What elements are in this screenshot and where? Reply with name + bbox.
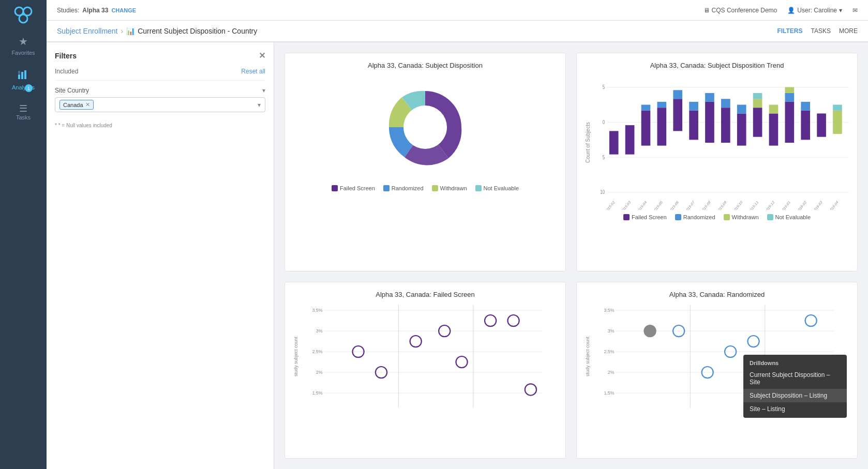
filters-button[interactable]: FILTERS xyxy=(777,27,802,35)
svg-rect-17 xyxy=(625,125,635,155)
failed-screen-chart-card: Alpha 33, Canada: Failed Screen study su… xyxy=(285,282,566,459)
mail-icon[interactable]: ✉ xyxy=(852,7,858,14)
not-evaluable-label: Not Evaluable xyxy=(484,185,519,191)
not-evaluable-dot xyxy=(475,185,482,191)
svg-text:2015-09: 2015-09 xyxy=(716,200,727,210)
svg-point-98 xyxy=(805,315,817,326)
svg-point-77 xyxy=(485,315,496,326)
breadcrumb-parent[interactable]: Subject Enrollment xyxy=(57,27,118,35)
svg-text:3.5%: 3.5% xyxy=(312,308,322,313)
svg-text:2015-04: 2015-04 xyxy=(637,200,648,210)
filter-close-button[interactable]: ✕ xyxy=(259,51,265,60)
failed-y-label: study subject count xyxy=(293,305,309,408)
failed-screen-dot xyxy=(332,185,338,191)
chart-bar-icon: 📊 xyxy=(126,27,135,35)
svg-rect-43 xyxy=(833,111,842,134)
svg-text:2%: 2% xyxy=(316,370,323,375)
bar-not-eval-dot xyxy=(767,214,773,220)
star-icon: ★ xyxy=(19,35,28,48)
change-study-link[interactable]: CHANGE xyxy=(111,7,136,13)
sidebar-item-favorites[interactable]: ★ Favorites xyxy=(0,29,47,62)
bar-rand-dot xyxy=(675,214,681,220)
svg-text:2%: 2% xyxy=(608,370,615,375)
chevron-down-icon: ▾ xyxy=(262,87,265,94)
svg-rect-37 xyxy=(785,102,795,143)
svg-text:1.5%: 1.5% xyxy=(312,390,322,396)
svg-text:1.5%: 1.5% xyxy=(604,390,614,396)
more-button[interactable]: MORE xyxy=(839,27,858,35)
canada-tag: Canada ✕ xyxy=(59,100,94,110)
country-select[interactable]: Canada ✕ ▾ xyxy=(55,97,265,112)
svg-text:2015-08: 2015-08 xyxy=(700,200,711,210)
svg-rect-5 xyxy=(24,70,26,79)
svg-rect-32 xyxy=(753,108,762,137)
study-name: Alpha 33 xyxy=(82,7,108,14)
drilldown-item-site[interactable]: Current Subject Disposition – Site xyxy=(743,368,847,389)
svg-rect-38 xyxy=(785,93,795,102)
svg-text:3%: 3% xyxy=(608,328,615,334)
drilldown-item-listing[interactable]: Subject Disposition – Listing xyxy=(743,389,847,402)
sidebar-item-tasks[interactable]: ☰ 1 Tasks xyxy=(0,97,47,127)
donut-chart xyxy=(293,75,557,179)
user-label: 👤 User: Caroline ▾ xyxy=(787,7,842,14)
bar-legend-randomized: Randomized xyxy=(675,214,715,220)
svg-rect-20 xyxy=(657,108,667,145)
svg-point-7 xyxy=(403,105,447,149)
site-country-label: Site Country ▾ xyxy=(55,87,265,94)
sidebar-item-label: Favorites xyxy=(11,50,35,56)
randomized-chart-card: Alpha 33, Canada: Randomized study subje… xyxy=(576,282,858,459)
svg-rect-40 xyxy=(801,111,810,140)
svg-point-92 xyxy=(644,325,655,337)
svg-rect-4 xyxy=(21,72,23,79)
filter-header: Filters ✕ xyxy=(55,51,265,60)
svg-point-79 xyxy=(525,384,536,395)
randomized-y-label: study subject count xyxy=(585,305,601,408)
svg-rect-16 xyxy=(609,131,619,154)
svg-rect-39 xyxy=(785,87,795,93)
svg-text:2015-12: 2015-12 xyxy=(765,200,775,210)
svg-rect-24 xyxy=(689,111,698,140)
svg-point-96 xyxy=(747,336,759,347)
svg-text:5: 5 xyxy=(603,84,605,90)
content-area: Filters ✕ Included Reset all Site Countr… xyxy=(47,42,868,469)
reset-all-button[interactable]: Reset all xyxy=(241,68,265,75)
svg-point-76 xyxy=(456,356,467,368)
svg-rect-6 xyxy=(18,71,20,74)
bar-legend-not-evaluable: Not Evaluable xyxy=(767,214,811,220)
svg-rect-35 xyxy=(769,113,779,145)
tasks-button[interactable]: TASKS xyxy=(811,27,831,35)
drilldown-item-site-listing[interactable]: Site – Listing xyxy=(743,402,847,416)
failed-screen-chart: 3.5% 3% 2.5% 2% 1.5% xyxy=(309,305,557,408)
withdrawn-label: Withdrawn xyxy=(440,185,467,191)
svg-text:2016-03: 2016-03 xyxy=(812,200,823,210)
donut-chart-title: Alpha 33, Canada: Subject Disposition xyxy=(293,62,557,69)
main-area: Studies: Alpha 33 CHANGE 🖥 CQS Conferenc… xyxy=(47,0,868,469)
drilldown-header: Drilldowns xyxy=(743,357,847,368)
legend-failed-screen: Failed Screen xyxy=(332,185,375,191)
sidebar-item-analytics[interactable]: Analytics xyxy=(0,62,47,97)
bar-failed-dot xyxy=(623,214,630,220)
failed-screen-title: Alpha 33, Canada: Failed Screen xyxy=(293,291,557,298)
svg-point-74 xyxy=(410,336,422,347)
svg-rect-44 xyxy=(833,105,842,111)
monitor-icon: 🖥 xyxy=(704,7,710,14)
demo-label: 🖥 CQS Conference Demo xyxy=(704,7,777,14)
svg-rect-42 xyxy=(817,113,826,137)
filter-title: Filters xyxy=(55,52,77,60)
breadcrumb-actions: FILTERS TASKS MORE xyxy=(777,27,858,35)
svg-text:2015-11: 2015-11 xyxy=(749,200,759,210)
svg-text:2015-10: 2015-10 xyxy=(732,200,743,210)
filter-panel: Filters ✕ Included Reset all Site Countr… xyxy=(47,42,274,469)
svg-text:3.5%: 3.5% xyxy=(604,308,614,313)
included-label: Included xyxy=(55,68,78,75)
tag-remove-button[interactable]: ✕ xyxy=(85,101,90,108)
failed-screen-label: Failed Screen xyxy=(340,185,375,191)
analytics-icon xyxy=(18,68,29,82)
svg-text:2016-04: 2016-04 xyxy=(828,200,839,210)
svg-rect-36 xyxy=(769,105,779,114)
breadcrumb-current: 📊 Current Subject Disposition - Country xyxy=(126,27,257,35)
drilldown-tooltip: Drilldowns Current Subject Disposition –… xyxy=(743,355,847,418)
asterisk: * xyxy=(55,123,58,128)
svg-text:2016-01: 2016-01 xyxy=(781,200,791,210)
svg-rect-21 xyxy=(657,102,667,108)
